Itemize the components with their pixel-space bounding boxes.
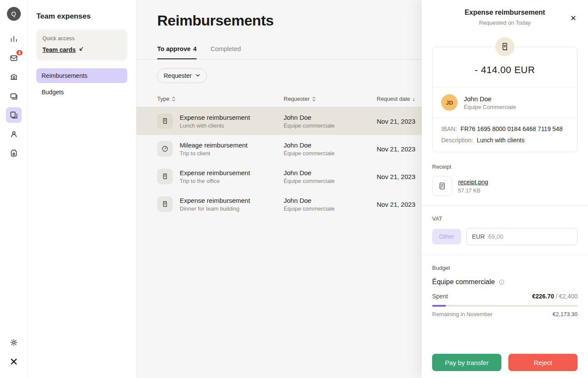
safe-icon[interactable] xyxy=(6,145,22,161)
budget-progress-bar xyxy=(432,305,578,307)
cards-icon[interactable] xyxy=(6,88,22,104)
vat-currency: EUR xyxy=(472,233,485,240)
receipt-section-label: Receipt xyxy=(432,163,578,170)
expenses-icon[interactable] xyxy=(6,107,22,123)
requester-filter-dropdown[interactable]: Requester xyxy=(157,68,207,83)
team-cards-link[interactable]: Team cards xyxy=(42,46,84,53)
chevron-down-icon xyxy=(195,72,200,79)
sidebar-title: Team expenses xyxy=(36,12,127,21)
detail-card: - 414.00 EUR JD John Doe Équipe Commerci… xyxy=(432,47,578,152)
row-team: Équipe commerciale xyxy=(284,150,377,157)
column-header-request-date[interactable]: Request date ↓ xyxy=(377,96,422,102)
sidebar-item-reimbursements[interactable]: Reimbursements xyxy=(36,68,127,83)
row-date: Nov 21, 2023 xyxy=(377,201,422,208)
sort-icon xyxy=(312,96,316,102)
row-requester: John Doe xyxy=(284,169,377,176)
row-date: Nov 21, 2023 xyxy=(377,173,422,180)
panel-subtitle: Requested on Today xyxy=(432,19,578,26)
main-content: Reimbursements To approve 4 Completed Re… xyxy=(136,0,422,378)
analytics-icon[interactable] xyxy=(6,31,22,47)
row-requester: John Doe xyxy=(284,197,377,204)
table-row[interactable]: Mileage reimbursement Trip to client Joh… xyxy=(136,135,422,163)
tab-completed[interactable]: Completed xyxy=(210,45,241,59)
receipt-file-size: 57.17 KB xyxy=(458,188,488,194)
budget-total: €2,400 xyxy=(559,293,578,300)
file-icon xyxy=(432,176,452,196)
sort-desc-icon: ↓ xyxy=(412,96,415,102)
panel-title: Expense reimbursement xyxy=(432,9,578,16)
description-label: Description: xyxy=(441,137,473,144)
reject-button[interactable]: Reject xyxy=(508,354,578,371)
table-row[interactable]: Expense reimbursement Trip to the office… xyxy=(136,163,422,190)
row-description: Trip to client xyxy=(180,150,248,157)
vat-other-chip[interactable]: Other xyxy=(432,229,461,244)
column-header-requester[interactable]: Requester xyxy=(284,96,377,102)
divider xyxy=(422,255,588,255)
bank-icon[interactable] xyxy=(6,69,22,85)
sort-icon xyxy=(171,96,176,102)
remaining-value: €2,173.30 xyxy=(552,311,578,317)
column-header-type[interactable]: Type xyxy=(157,96,284,102)
sidebar-item-budgets[interactable]: Budgets xyxy=(36,85,127,99)
qonto-logo[interactable] xyxy=(6,354,22,369)
panel-footer: Pay by transfer Reject xyxy=(432,354,578,371)
row-date: Nov 21, 2023 xyxy=(377,118,422,125)
reimbursements-table: Type Requester Request date ↓ Expense re… xyxy=(136,91,422,218)
spent-label: Spent xyxy=(432,293,448,300)
row-type: Expense reimbursement xyxy=(180,197,250,204)
row-requester: John Doe xyxy=(284,114,377,121)
row-description: Trip to the office xyxy=(180,178,250,184)
row-type: Expense reimbursement xyxy=(180,114,250,121)
divider xyxy=(422,205,588,206)
description-value: Lunch with clients xyxy=(477,137,525,144)
iban-value: FR76 1695 8000 0184 6468 7119 548 xyxy=(461,125,563,132)
jump-arrow-icon xyxy=(78,46,84,53)
row-team: Équipe commerciale xyxy=(284,205,377,212)
table-row[interactable]: Expense reimbursement Lunch with clients… xyxy=(136,107,422,135)
row-type: Expense reimbursement xyxy=(180,169,250,176)
receipt-section: Receipt receipt.png 57.17 KB xyxy=(432,163,578,196)
receipt-file-row: receipt.png 57.17 KB xyxy=(432,176,578,196)
page-title: Reimbursements xyxy=(136,0,422,29)
row-description: Dinner for team building xyxy=(180,205,250,212)
requester-section: JD John Doe Équipe Commerciale xyxy=(433,87,577,118)
row-team: Équipe commerciale xyxy=(284,178,377,184)
iban-label: IBAN: xyxy=(441,125,457,132)
table-row[interactable]: Expense reimbursement Dinner for team bu… xyxy=(136,190,422,218)
org-avatar[interactable]: Q xyxy=(7,7,21,21)
receipt-icon xyxy=(157,113,173,129)
receipt-icon xyxy=(157,196,173,212)
receipt-icon xyxy=(495,37,514,56)
receipt-icon xyxy=(157,169,173,184)
settings-gear-icon[interactable] xyxy=(6,335,22,350)
detail-panel: Expense reimbursement Requested on Today… xyxy=(422,0,588,378)
budget-progress-fill xyxy=(432,305,446,307)
pay-by-transfer-button[interactable]: Pay by transfer xyxy=(432,354,501,371)
vat-amount-field[interactable]: EUR xyxy=(466,228,578,245)
requester-team: Équipe Commerciale xyxy=(464,104,516,110)
detail-card-wrap: - 414.00 EUR JD John Doe Équipe Commerci… xyxy=(432,47,578,152)
budget-name: Équipe commerciale xyxy=(432,278,495,286)
close-icon[interactable]: ✕ xyxy=(567,12,579,24)
tab-count: 4 xyxy=(193,45,197,52)
requester-name: John Doe xyxy=(464,95,516,103)
row-type: Mileage reimbursement xyxy=(180,141,248,149)
filter-row: Requester xyxy=(136,68,422,83)
members-icon[interactable] xyxy=(6,126,22,142)
inbox-icon[interactable]: 4 xyxy=(6,50,22,66)
vat-section: VAT Other EUR xyxy=(432,215,578,245)
sidebar: Team expenses Quick access Team cards Re… xyxy=(28,0,136,378)
row-team: Équipe commerciale xyxy=(284,122,377,129)
icon-rail: Q 4 xyxy=(0,0,28,378)
inbox-badge: 4 xyxy=(16,49,23,56)
vat-amount-input[interactable] xyxy=(488,233,572,240)
info-icon[interactable] xyxy=(498,279,505,285)
requester-avatar: JD xyxy=(441,94,458,111)
vat-section-label: VAT xyxy=(432,215,578,222)
receipt-file-link[interactable]: receipt.png xyxy=(458,179,488,186)
budget-section-label: Budget xyxy=(432,265,578,271)
tab-to-approve[interactable]: To approve 4 xyxy=(157,45,197,59)
tab-bar: To approve 4 Completed xyxy=(136,45,422,60)
payment-info-section: IBAN: FR76 1695 8000 0184 6468 7119 548 … xyxy=(433,118,577,152)
mileage-gauge-icon xyxy=(157,141,173,157)
